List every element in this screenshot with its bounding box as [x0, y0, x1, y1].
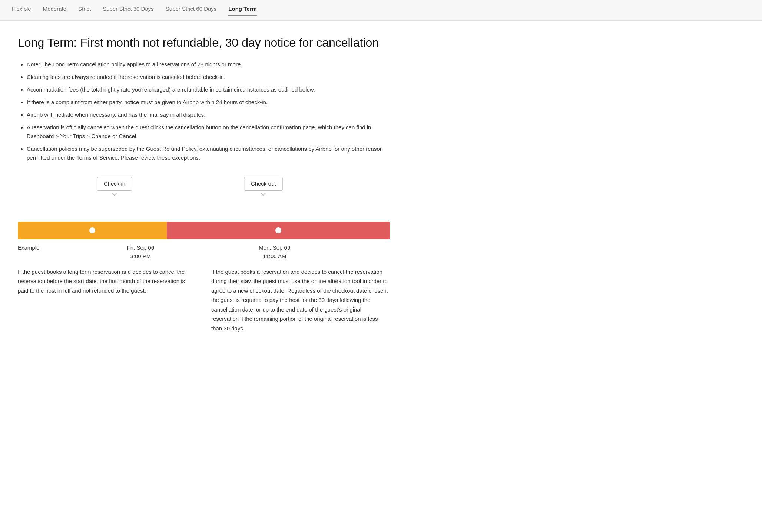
timeline-section: Check in Check out Example F: [18, 177, 390, 252]
tab-super-strict-30[interactable]: Super Strict 30 Days: [103, 5, 154, 16]
tab-strict[interactable]: Strict: [78, 5, 91, 16]
bar-orange: [18, 222, 167, 239]
checkout-date-text: Mon, Sep 09: [259, 244, 290, 252]
description-right: If the guest books a reservation and dec…: [211, 267, 390, 333]
policy-item-5: Airbnb will mediate when necessary, and …: [27, 110, 390, 119]
example-label: Example: [18, 244, 39, 252]
checkin-time-text: 3:00 PM: [127, 252, 154, 261]
checkout-time-text: 11:00 AM: [259, 252, 290, 261]
description-left: If the guest books a long term reservati…: [18, 267, 196, 333]
main-content: Long Term: First month not refundable, 3…: [0, 21, 408, 348]
policy-item-3: Accommodation fees (the total nightly ra…: [27, 85, 390, 94]
descriptions: If the guest books a long term reservati…: [18, 267, 390, 333]
checkout-date: Mon, Sep 09 11:00 AM: [259, 244, 290, 260]
policy-item-7: Cancellation policies may be superseded …: [27, 144, 390, 162]
policy-list: Note: The Long Term cancellation policy …: [18, 60, 390, 162]
checkin-date: Fri, Sep 06 3:00 PM: [127, 244, 154, 260]
policy-item-2: Cleaning fees are always refunded if the…: [27, 73, 390, 82]
checkout-arrow: [261, 193, 266, 196]
checkout-dot: [275, 227, 281, 233]
bar-red: [167, 222, 390, 239]
policy-item-1: Note: The Long Term cancellation policy …: [27, 60, 390, 69]
checkin-label-box: Check in: [97, 177, 132, 191]
checkout-label-wrap: Check out: [244, 177, 283, 196]
page-title: Long Term: First month not refundable, 3…: [18, 36, 390, 50]
tab-moderate[interactable]: Moderate: [43, 5, 66, 16]
timeline-bar: [18, 222, 390, 239]
tab-bar: Flexible Moderate Strict Super Strict 30…: [0, 0, 762, 21]
tab-long-term[interactable]: Long Term: [228, 5, 256, 16]
checkin-date-text: Fri, Sep 06: [127, 244, 154, 252]
timeline-bar-wrapper: [18, 222, 390, 239]
tab-flexible[interactable]: Flexible: [12, 5, 31, 16]
timeline-dates: Example Fri, Sep 06 3:00 PM Mon, Sep 09 …: [18, 244, 390, 252]
policy-item-6: A reservation is officially canceled whe…: [27, 123, 390, 141]
checkin-dot: [89, 227, 95, 233]
policy-item-4: If there is a complaint from either part…: [27, 98, 390, 107]
checkin-label-wrap: Check in: [97, 177, 132, 196]
checkin-arrow: [112, 193, 117, 196]
tab-super-strict-60[interactable]: Super Strict 60 Days: [166, 5, 217, 16]
checkout-label-box: Check out: [244, 177, 283, 191]
